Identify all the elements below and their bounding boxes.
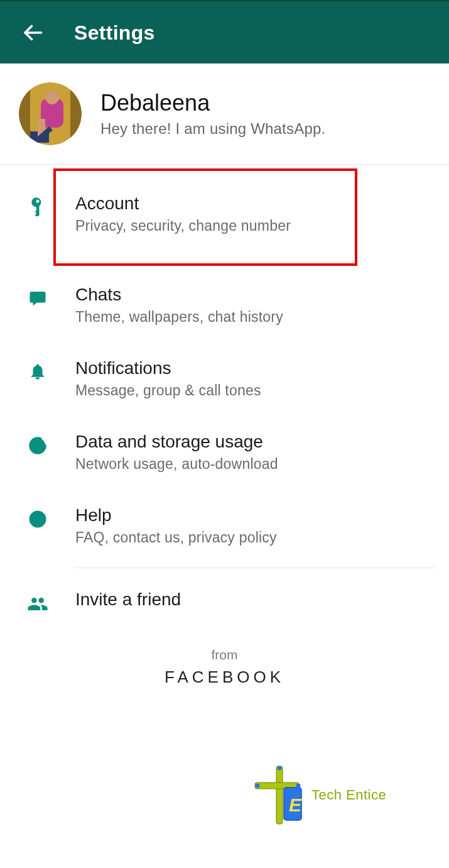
settings-item-data-storage[interactable]: Data and storage usage Network usage, au… [0, 415, 449, 489]
settings-item-subtitle: Theme, wallpapers, chat history [75, 309, 435, 326]
arrow-left-icon [21, 21, 44, 44]
chat-icon [28, 288, 47, 307]
divider [75, 568, 435, 568]
people-icon [27, 593, 48, 615]
svg-point-17 [296, 784, 301, 788]
svg-point-6 [45, 91, 59, 104]
avatar [19, 82, 82, 145]
svg-point-11 [37, 522, 38, 524]
back-button[interactable] [19, 19, 46, 47]
svg-rect-3 [19, 82, 30, 145]
footer-brand: FACEBOOK [0, 667, 449, 687]
settings-item-account[interactable]: Account Privacy, security, change number [0, 171, 449, 268]
watermark: E Tech Entice [251, 764, 386, 827]
svg-point-18 [278, 766, 282, 771]
settings-item-subtitle: Privacy, security, change number [75, 217, 435, 234]
settings-item-title: Data and storage usage [75, 432, 435, 452]
svg-point-9 [30, 438, 45, 453]
footer-from-label: from [0, 647, 449, 662]
settings-item-help[interactable]: Help FAQ, contact us, privacy policy [0, 489, 449, 563]
settings-item-chats[interactable]: Chats Theme, wallpapers, chat history [0, 268, 449, 342]
profile-name: Debaleena [100, 90, 325, 116]
settings-item-title: Chats [75, 285, 435, 305]
settings-item-title: Help [75, 505, 435, 525]
data-icon [28, 436, 48, 456]
settings-item-subtitle: Network usage, auto-download [75, 456, 435, 473]
watermark-text: Tech Entice [311, 787, 386, 803]
watermark-logo-icon: E [251, 764, 308, 827]
settings-item-invite[interactable]: Invite a friend [0, 573, 449, 631]
profile-status: Hey there! I am using WhatsApp. [100, 120, 325, 138]
help-icon [28, 509, 48, 529]
bell-icon [28, 362, 47, 381]
svg-text:E: E [289, 794, 302, 815]
toolbar: Settings [0, 2, 449, 63]
settings-item-title: Invite a friend [75, 590, 435, 610]
footer: from FACEBOOK [0, 647, 449, 687]
page-title: Settings [74, 21, 155, 45]
svg-rect-12 [276, 766, 283, 824]
settings-list: Account Privacy, security, change number… [0, 165, 449, 631]
settings-item-title: Notifications [75, 358, 435, 378]
profile-row[interactable]: Debaleena Hey there! I am using WhatsApp… [0, 63, 449, 165]
settings-item-title: Account [75, 194, 435, 214]
settings-item-notifications[interactable]: Notifications Message, group & call tone… [0, 342, 449, 415]
svg-point-16 [256, 784, 260, 788]
settings-item-subtitle: Message, group & call tones [75, 382, 435, 399]
key-icon [28, 197, 47, 216]
settings-item-subtitle: FAQ, contact us, privacy policy [75, 529, 435, 546]
svg-rect-4 [70, 82, 82, 145]
